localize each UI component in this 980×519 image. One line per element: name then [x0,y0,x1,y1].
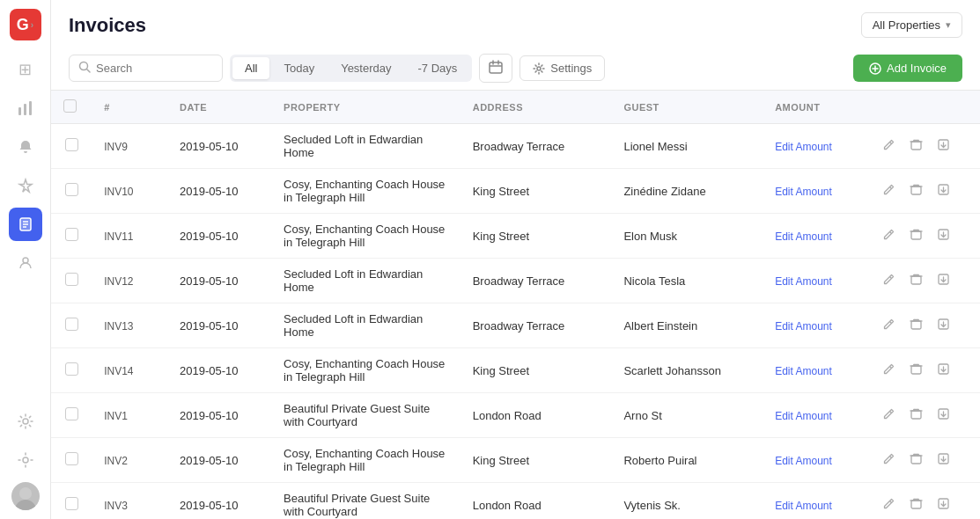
row-checkbox[interactable] [65,273,78,286]
row-checkbox-cell [51,303,92,348]
row-date: 2019-05-10 [167,393,271,438]
row-invoice-id: INV10 [92,169,167,214]
sidebar-item-settings2[interactable] [9,443,42,477]
filter-buttons: All Today Yesterday -7 Days [230,55,472,82]
edit-button[interactable] [879,495,899,515]
sidebar-item-favorites[interactable] [9,169,42,202]
delete-button[interactable] [906,361,926,380]
edit-button[interactable] [879,450,899,470]
row-amount: Edit Amount [763,214,866,259]
row-checkbox[interactable] [65,407,78,420]
export-button[interactable] [933,361,954,380]
export-button[interactable] [933,316,954,335]
row-checkbox-cell [51,214,92,259]
table-row: INV10 2019-05-10 Cosy, Enchanting Coach … [51,169,980,214]
edit-button[interactable] [879,181,899,201]
edit-amount-link[interactable]: Edit Amount [775,230,832,243]
avatar[interactable] [11,482,40,510]
invoices-table-container: # DATE PROPERTY ADDRESS GUEST AMOUNT INV… [51,91,980,519]
search-box[interactable] [69,55,223,82]
row-checkbox[interactable] [65,183,78,196]
edit-amount-link[interactable]: Edit Amount [775,320,832,333]
edit-amount-link[interactable]: Edit Amount [775,410,832,422]
row-checkbox[interactable] [65,452,78,465]
delete-button[interactable] [906,495,926,515]
row-checkbox-cell [51,348,92,393]
export-button[interactable] [933,136,954,156]
row-checkbox[interactable] [65,138,78,151]
svg-rect-45 [911,276,921,284]
row-address: King Street [461,348,612,393]
delete-button[interactable] [906,271,926,290]
delete-button[interactable] [906,226,926,245]
row-checkbox[interactable] [65,362,78,376]
export-button[interactable] [933,271,954,290]
svg-rect-1 [24,104,26,115]
edit-amount-link[interactable]: Edit Amount [775,186,832,198]
row-date: 2019-05-10 [167,214,271,259]
calendar-button[interactable] [479,54,512,83]
row-checkbox[interactable] [65,497,78,510]
add-invoice-button[interactable]: Add Invoice [853,55,962,82]
export-button[interactable] [933,450,954,470]
svg-line-79 [890,501,892,503]
svg-rect-52 [911,321,921,329]
row-property: Cosy, Enchanting Coach House in Telegrap… [271,169,461,214]
logo[interactable]: G › [10,9,41,40]
filter-all[interactable]: All [232,57,269,79]
svg-rect-31 [911,186,921,194]
row-actions [866,124,980,169]
edit-button[interactable] [879,136,899,156]
sidebar-item-invoices[interactable] [9,208,42,241]
row-actions [866,259,980,303]
row-actions [866,438,980,483]
settings-button[interactable]: Settings [519,55,605,81]
sidebar-item-users[interactable] [9,246,42,280]
table-row: INV11 2019-05-10 Cosy, Enchanting Coach … [51,214,980,259]
delete-button[interactable] [906,406,926,425]
edit-button[interactable] [879,361,899,380]
row-checkbox-cell [51,124,92,169]
delete-button[interactable] [906,450,926,470]
edit-button[interactable] [879,271,899,290]
export-button[interactable] [933,181,954,201]
row-checkbox[interactable] [65,228,78,241]
row-property: Secluded Loft in Edwardian Home [271,124,461,169]
row-guest: Arno St [611,393,763,438]
edit-button[interactable] [879,226,899,245]
row-checkbox[interactable] [65,318,78,331]
row-invoice-id: INV14 [92,348,167,393]
select-all-checkbox[interactable] [63,99,77,113]
row-property: Secluded Loft in Edwardian Home [271,303,461,348]
filter-yesterday[interactable]: Yesterday [328,57,403,79]
properties-dropdown[interactable]: All Properties ▾ [861,12,962,38]
export-button[interactable] [933,495,954,515]
edit-amount-link[interactable]: Edit Amount [775,141,832,153]
delete-button[interactable] [906,181,926,201]
svg-line-44 [890,277,892,279]
sidebar-item-settings1[interactable] [9,405,42,438]
row-guest: Lionel Messi [611,124,763,169]
svg-rect-38 [911,231,921,239]
table-row: INV2 2019-05-10 Cosy, Enchanting Coach H… [51,438,980,483]
row-invoice-id: INV13 [92,303,167,348]
sidebar-item-chart[interactable] [9,91,42,125]
search-input[interactable] [96,62,213,75]
edit-amount-link[interactable]: Edit Amount [775,455,832,467]
edit-amount-link[interactable]: Edit Amount [775,500,832,512]
sidebar-item-dashboard[interactable]: ⊞ [9,53,42,86]
edit-button[interactable] [879,406,899,425]
delete-button[interactable] [906,316,926,335]
svg-line-23 [890,143,892,144]
edit-amount-link[interactable]: Edit Amount [775,365,832,377]
edit-amount-link[interactable]: Edit Amount [775,275,832,288]
export-button[interactable] [933,226,954,245]
svg-rect-73 [911,456,921,464]
top-bar: Invoices All Properties ▾ [51,0,980,47]
filter-7days[interactable]: -7 Days [406,57,470,79]
delete-button[interactable] [906,136,926,156]
sidebar-item-notifications[interactable] [9,130,42,164]
edit-button[interactable] [879,316,899,335]
export-button[interactable] [933,406,954,425]
filter-today[interactable]: Today [271,57,327,79]
